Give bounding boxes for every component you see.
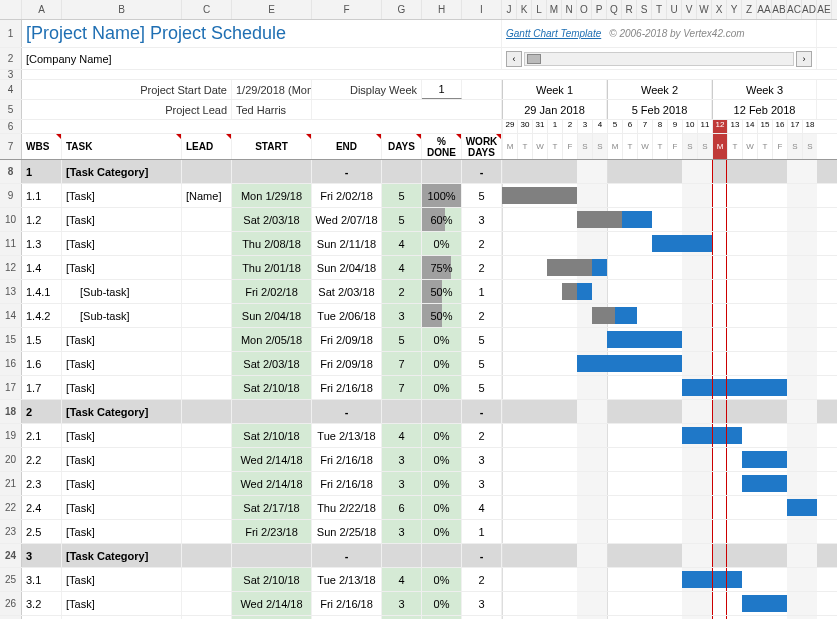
workdays-cell[interactable]: 5 [462, 376, 502, 399]
task-cell[interactable]: [Task] [62, 424, 182, 447]
task-cell[interactable]: [Task] [62, 496, 182, 519]
task-cell[interactable]: [Task] [62, 376, 182, 399]
start-cell[interactable]: Wed 2/14/18 [232, 448, 312, 471]
wbs-cell[interactable]: 2.4 [22, 496, 62, 519]
lead-cell[interactable] [182, 568, 232, 591]
lead-cell[interactable] [182, 160, 232, 183]
wbs-cell[interactable]: 1.1 [22, 184, 62, 207]
scroll-right-button[interactable]: › [796, 51, 812, 67]
wbs-cell[interactable]: 3.1 [22, 568, 62, 591]
pct-cell[interactable]: 50% [422, 280, 462, 303]
column-header[interactable]: % DONE [422, 134, 462, 159]
days-cell[interactable]: 6 [382, 496, 422, 519]
start-cell[interactable]: Thu 2/01/18 [232, 256, 312, 279]
row-header[interactable]: 25 [0, 568, 22, 591]
column-header[interactable]: WORK DAYS [462, 134, 502, 159]
wbs-cell[interactable]: 3.2 [22, 592, 62, 615]
row-header[interactable]: 26 [0, 592, 22, 615]
row-header[interactable]: 15 [0, 328, 22, 351]
column-header[interactable]: END [312, 134, 382, 159]
lead-cell[interactable] [182, 280, 232, 303]
col-header[interactable]: AC [787, 0, 802, 19]
start-cell[interactable]: Sat 2/03/18 [232, 208, 312, 231]
col-header[interactable]: I [462, 0, 502, 19]
task-cell[interactable]: [Task] [62, 592, 182, 615]
wbs-cell[interactable]: 1.4.2 [22, 304, 62, 327]
start-cell[interactable] [232, 160, 312, 183]
lead-cell[interactable] [182, 400, 232, 423]
start-cell[interactable] [232, 400, 312, 423]
end-cell[interactable]: Sun 2/04/18 [312, 256, 382, 279]
row-header[interactable]: 8 [0, 160, 22, 183]
col-header[interactable]: R [622, 0, 637, 19]
days-cell[interactable] [382, 400, 422, 423]
col-header[interactable]: B [62, 0, 182, 19]
wbs-cell[interactable]: 1 [22, 160, 62, 183]
row-header[interactable]: 19 [0, 424, 22, 447]
task-cell[interactable]: [Sub-task] [62, 280, 182, 303]
row-header[interactable]: 2 [0, 48, 22, 69]
task-cell[interactable]: [Task Category] [62, 160, 182, 183]
start-cell[interactable]: Fri 2/02/18 [232, 280, 312, 303]
task-cell[interactable]: [Task Category] [62, 544, 182, 567]
end-cell[interactable]: Fri 2/16/18 [312, 376, 382, 399]
task-cell[interactable]: [Task] [62, 328, 182, 351]
lead-cell[interactable] [182, 520, 232, 543]
col-header[interactable]: G [382, 0, 422, 19]
lead-cell[interactable] [182, 376, 232, 399]
lead-cell[interactable] [182, 352, 232, 375]
col-header[interactable]: C [182, 0, 232, 19]
row-header[interactable]: 1 [0, 20, 22, 47]
days-cell[interactable]: 3 [382, 304, 422, 327]
workdays-cell[interactable]: 2 [462, 568, 502, 591]
lead-cell[interactable] [182, 256, 232, 279]
days-cell[interactable]: 2 [382, 280, 422, 303]
days-cell[interactable]: 4 [382, 256, 422, 279]
pct-cell[interactable] [422, 544, 462, 567]
days-cell[interactable]: 5 [382, 328, 422, 351]
row-header[interactable]: 20 [0, 448, 22, 471]
days-cell[interactable]: 3 [382, 472, 422, 495]
end-cell[interactable]: Fri 2/16/18 [312, 592, 382, 615]
workdays-cell[interactable]: 2 [462, 304, 502, 327]
workdays-cell[interactable]: 3 [462, 592, 502, 615]
days-cell[interactable]: 3 [382, 592, 422, 615]
lead-cell[interactable] [182, 304, 232, 327]
pct-cell[interactable]: 0% [422, 472, 462, 495]
task-cell[interactable]: [Task] [62, 184, 182, 207]
wbs-cell[interactable]: 1.2 [22, 208, 62, 231]
days-cell[interactable]: 5 [382, 184, 422, 207]
end-cell[interactable]: Sun 2/11/18 [312, 232, 382, 255]
col-header[interactable]: E [232, 0, 312, 19]
col-header[interactable]: N [562, 0, 577, 19]
start-cell[interactable]: Sat 2/03/18 [232, 352, 312, 375]
row-header[interactable]: 24 [0, 544, 22, 567]
col-header[interactable]: Q [607, 0, 622, 19]
days-cell[interactable]: 3 [382, 520, 422, 543]
row-header[interactable]: 3 [0, 70, 22, 79]
start-cell[interactable]: Sat 2/17/18 [232, 496, 312, 519]
start-cell[interactable]: Mon 1/29/18 [232, 184, 312, 207]
end-cell[interactable]: Thu 2/22/18 [312, 496, 382, 519]
lead-cell[interactable] [182, 496, 232, 519]
row-header[interactable]: 13 [0, 280, 22, 303]
col-header[interactable]: W [697, 0, 712, 19]
pct-cell[interactable]: 0% [422, 448, 462, 471]
row-header[interactable]: 11 [0, 232, 22, 255]
task-cell[interactable]: [Task] [62, 232, 182, 255]
row-header[interactable]: 7 [0, 134, 22, 159]
days-cell[interactable]: 4 [382, 232, 422, 255]
wbs-cell[interactable]: 1.6 [22, 352, 62, 375]
end-cell[interactable]: Fri 2/16/18 [312, 472, 382, 495]
wbs-cell[interactable]: 2 [22, 400, 62, 423]
task-cell[interactable]: [Task] [62, 520, 182, 543]
start-cell[interactable] [232, 544, 312, 567]
row-header[interactable]: 5 [0, 100, 22, 119]
col-header[interactable]: AA [757, 0, 772, 19]
scroll-track[interactable] [524, 52, 794, 66]
column-header[interactable]: DAYS [382, 134, 422, 159]
wbs-cell[interactable]: 1.5 [22, 328, 62, 351]
task-cell[interactable]: [Task] [62, 448, 182, 471]
days-cell[interactable]: 4 [382, 568, 422, 591]
col-header[interactable]: Y [727, 0, 742, 19]
